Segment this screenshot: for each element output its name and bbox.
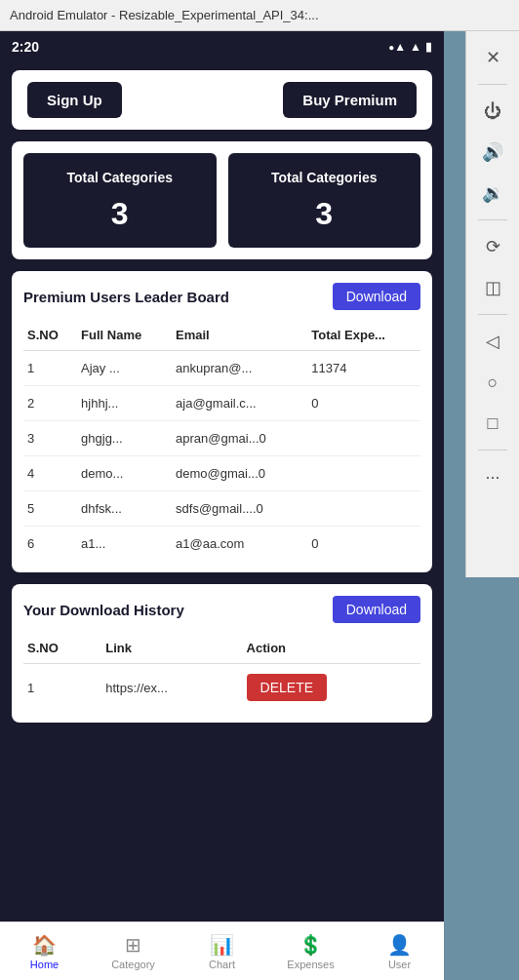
row-sno: 6 [23,527,77,562]
row-email: ankupran@... [172,351,307,386]
rotate-button[interactable]: ⟳ [474,228,511,265]
stat-value-1: 3 [248,196,402,232]
screenshot-button[interactable]: ◫ [474,269,511,306]
row-name: demo... [77,456,172,491]
battery-icon: ▮ [425,40,432,54]
row-name: hjhhj... [77,386,172,421]
sidebar-sep-2 [478,219,507,220]
emulator-sidebar: ✕ ⏻ 🔊 🔉 ⟳ ◫ ◁ ○ □ ··· [465,31,519,577]
row-expense [307,456,420,491]
table-row: 6 a1... a1@aa.com 0 [23,527,420,562]
phone-content: Sign Up Buy Premium Total Categories 3 T… [0,62,444,921]
row-expense [307,491,420,527]
row-sno: 4 [23,456,77,491]
expenses-nav-icon: 💲 [299,933,323,957]
row-sno: 2 [23,386,77,421]
row-name: Ajay ... [77,351,172,386]
hist-col-sno: S.NO [23,633,101,664]
history-table-header: S.NO Link Action [23,633,420,664]
more-button[interactable]: ··· [474,458,511,495]
volume-down-button[interactable]: 🔉 [474,175,511,212]
user-nav-icon: 👤 [387,933,412,957]
hist-sno: 1 [23,664,101,712]
row-email: sdfs@gmail....0 [172,491,307,527]
nav-expenses[interactable]: 💲 Expenses [266,922,355,980]
stat-label-1: Total Categories [248,169,402,186]
table-row: 2 hjhhj... aja@gmail.c... 0 [23,386,420,421]
buy-premium-button[interactable]: Buy Premium [283,82,417,118]
download-history-header: Your Download History Download [23,596,420,623]
row-name: a1... [77,527,172,562]
signal-icon: ▲ [410,40,421,54]
wifi-icon: ▲ [394,40,406,54]
title-bar: Android Emulator - Resizable_Experimenta… [0,0,519,31]
stat-card-0: Total Categories 3 [23,153,217,248]
row-name: ghgjg... [77,421,172,456]
delete-button[interactable]: DELETE [247,674,327,701]
nav-category[interactable]: ⊞ Category [89,922,178,980]
user-nav-label: User [388,959,411,970]
table-row: 1 https://ex... DELETE [23,664,420,712]
hist-action: DELETE [243,664,420,712]
stat-card-1: Total Categories 3 [228,153,421,248]
leaderboard-header: Premium Users Leader Board Download [23,283,420,310]
hist-link: https://ex... [101,664,242,712]
window-title: Android Emulator - Resizable_Experimenta… [10,8,319,22]
row-sno: 3 [23,421,77,456]
row-email: a1@aa.com [172,527,307,562]
volume-up-button[interactable]: 🔊 [474,134,511,171]
hist-col-link: Link [101,633,242,664]
leaderboard-download-button[interactable]: Download [333,283,420,310]
home-nav-icon: 🏠 [32,933,57,957]
recents-button[interactable]: □ [474,405,511,442]
leaderboard-table: S.NO Full Name Email Total Expe... 1 Aja… [23,320,420,561]
status-icons: ▲ ▲ ▮ [394,40,432,54]
table-row: 4 demo... demo@gmai...0 [23,456,420,491]
row-expense: 0 [307,527,420,562]
row-expense: 0 [307,386,420,421]
power-button[interactable]: ⏻ [474,93,511,130]
table-row: 1 Ajay ... ankupran@... 11374 [23,351,420,386]
row-expense [307,421,420,456]
row-sno: 5 [23,491,77,527]
stat-label-0: Total Categories [43,169,197,186]
table-row: 5 dhfsk... sdfs@gmail....0 [23,491,420,527]
phone-frame: 2:20 ● ▲ ▲ ▮ Sign Up Buy Premium Total C… [0,31,444,980]
nav-home[interactable]: 🏠 Home [0,922,89,980]
col-expense: Total Expe... [307,320,420,351]
stats-row: Total Categories 3 Total Categories 3 [12,141,432,259]
row-email: aja@gmail.c... [172,386,307,421]
home-button[interactable]: ○ [474,364,511,401]
close-button[interactable]: ✕ [474,39,511,76]
download-history-section: Your Download History Download S.NO Link… [12,584,432,723]
category-nav-label: Category [111,959,155,970]
sidebar-sep-1 [478,84,507,85]
leaderboard-table-header: S.NO Full Name Email Total Expe... [23,320,420,351]
top-buttons-section: Sign Up Buy Premium [12,70,432,130]
col-sno: S.NO [23,320,77,351]
category-nav-icon: ⊞ [125,933,141,957]
hist-col-action: Action [243,633,420,664]
col-fullname: Full Name [77,320,172,351]
leaderboard-section: Premium Users Leader Board Download S.NO… [12,271,432,572]
chart-nav-icon: 📊 [210,933,234,957]
signup-button[interactable]: Sign Up [27,82,122,118]
row-email: demo@gmai...0 [172,456,307,491]
status-bar: 2:20 ● ▲ ▲ ▮ [0,31,444,62]
history-table: S.NO Link Action 1 https://ex... DELETE [23,633,420,711]
expenses-nav-label: Expenses [287,959,334,970]
nav-user[interactable]: 👤 User [355,922,444,980]
sidebar-sep-4 [478,450,507,451]
row-name: dhfsk... [77,491,172,527]
bottom-nav: 🏠 Home ⊞ Category 📊 Chart 💲 Expenses 👤 U… [0,921,444,980]
row-sno: 1 [23,351,77,386]
table-row: 3 ghgjg... apran@gmai...0 [23,421,420,456]
nav-chart[interactable]: 📊 Chart [178,922,266,980]
chart-nav-label: Chart [209,959,235,970]
home-nav-label: Home [30,959,59,970]
status-time: 2:20 [12,39,388,55]
history-download-button[interactable]: Download [333,596,420,623]
stat-value-0: 3 [43,196,197,232]
back-button[interactable]: ◁ [474,323,511,360]
row-email: apran@gmai...0 [172,421,307,456]
